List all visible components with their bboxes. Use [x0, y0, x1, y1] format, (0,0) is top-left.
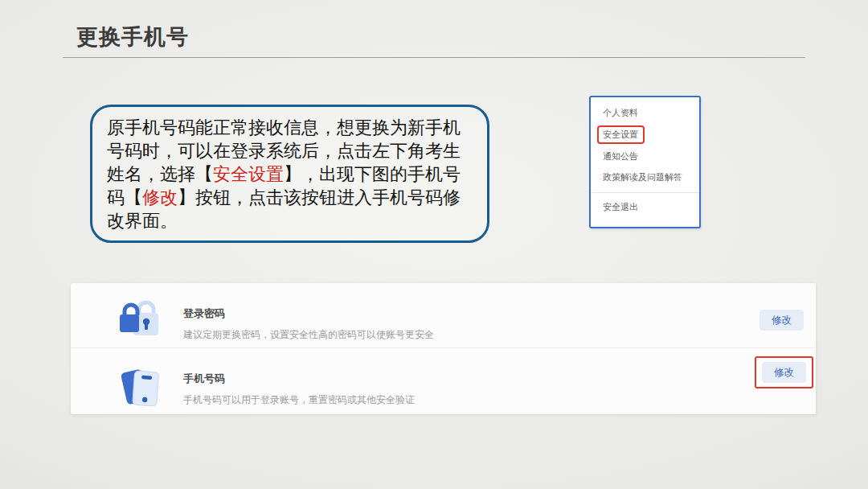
modify-phone-button[interactable]: 修改: [762, 362, 806, 383]
instruction-highlight-modify: 修改: [142, 187, 178, 208]
menu-divider: [591, 192, 699, 193]
title-divider: [63, 57, 805, 58]
page-title: 更换手机号: [76, 23, 189, 51]
security-settings-highlight-box: 安全设置: [597, 125, 645, 144]
phone-number-text: 手机号码 手机号码可以用于登录账号，重置密码或其他安全验证: [183, 372, 415, 407]
lock-icon: [117, 301, 165, 344]
phone-icon: [117, 366, 165, 409]
user-menu-card: 个人资料 安全设置 通知公告 政策解读及问题解答 安全退出: [589, 96, 701, 228]
menu-item-notices[interactable]: 通知公告: [603, 151, 693, 162]
login-password-description: 建议定期更换密码，设置安全性高的密码可以使账号更安全: [183, 328, 434, 342]
instruction-callout: 原手机号码能正常接收信息，想更换为新手机号码时，可以在登录系统后，点击左下角考生…: [90, 105, 489, 243]
phone-number-row: 手机号码 手机号码可以用于登录账号，重置密码或其他安全验证 修改: [71, 347, 816, 413]
menu-item-policy-faq[interactable]: 政策解读及问题解答: [603, 172, 693, 183]
security-settings-panel: 登录密码 建议定期更换密码，设置安全性高的密码可以使账号更安全 修改 手机号码 …: [71, 283, 816, 414]
menu-item-logout[interactable]: 安全退出: [603, 202, 693, 212]
instruction-text: 原手机号码能正常接收信息，想更换为新手机号码时，可以在登录系统后，点击左下角考生…: [107, 116, 473, 232]
modify-phone-highlight-box: 修改: [755, 356, 813, 388]
phone-number-description: 手机号码可以用于登录账号，重置密码或其他安全验证: [183, 393, 415, 407]
menu-item-label: 安全设置: [603, 129, 638, 139]
menu-item-profile[interactable]: 个人资料: [603, 108, 693, 118]
modify-password-button[interactable]: 修改: [760, 310, 804, 331]
login-password-text: 登录密码 建议定期更换密码，设置安全性高的密码可以使账号更安全: [183, 306, 434, 342]
menu-item-security-settings[interactable]: 安全设置: [603, 125, 693, 144]
login-password-row: 登录密码 建议定期更换密码，设置安全性高的密码可以使账号更安全 修改: [71, 283, 816, 347]
login-password-title: 登录密码: [183, 306, 434, 321]
instruction-highlight-security-settings: 安全设置: [213, 164, 284, 184]
phone-number-title: 手机号码: [183, 372, 415, 386]
